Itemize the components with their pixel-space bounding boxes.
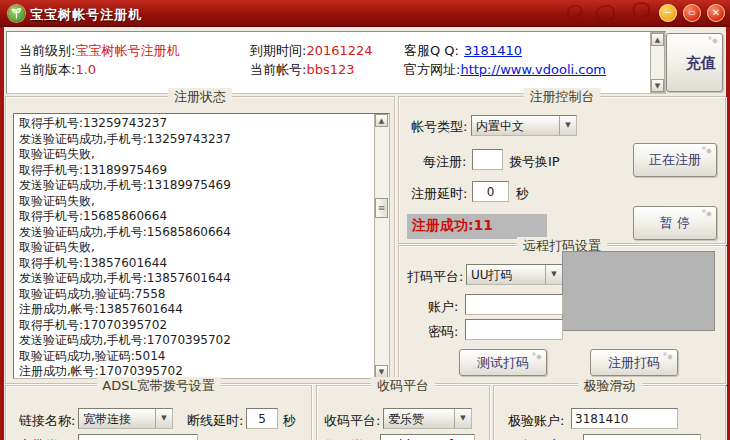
titlebar-swirl-decoration (560, 0, 660, 27)
status-group-title: 注册状态 (168, 88, 232, 106)
captcha-platform-label: 打码平台: (407, 268, 463, 286)
titlebar[interactable]: 宝宝树帐号注册机 ─ ▭ ✕ (0, 0, 730, 27)
broadband-account-input[interactable] (78, 434, 198, 440)
info-panel-scrollbar[interactable]: ▲ ▼ (650, 32, 665, 93)
console-group-title: 注册控制台 (524, 88, 601, 106)
log-line: 发送验证码成功,手机号:13259743237 (14, 132, 373, 148)
version-value: 1.0 (75, 62, 96, 77)
register-delay-label: 注册延时: (411, 185, 467, 203)
expire-value: 20161224 (306, 43, 372, 58)
geetest-group-title: 极验滑动 (578, 377, 642, 395)
chevron-down-icon[interactable]: ▼ (454, 409, 471, 428)
log-line: 发送验证码成功,手机号:15685860664 (14, 225, 373, 241)
site-label: 官方网址: (404, 62, 460, 77)
log-lines: 取得手机号:13259743237发送验证码成功,手机号:13259743237… (14, 116, 373, 378)
receive-platform-label: 收码平台: (324, 412, 380, 430)
receive-platform-group-title: 收码平台 (371, 377, 435, 395)
qq-link[interactable]: 3181410 (464, 43, 522, 58)
log-line: 取得手机号:15685860664 (14, 209, 373, 225)
version-label: 当前版本: (19, 62, 75, 77)
register-delay-input[interactable] (472, 181, 509, 202)
test-captcha-button-label: 测试打码 (477, 354, 529, 372)
log-line: 取验证码成功,验证码:5014 (14, 349, 373, 365)
account-type-label: 帐号类型: (411, 118, 467, 136)
receive-platform-group: 收码平台 收码平台: 爱乐赞 ▼ 收码帐号: (316, 385, 490, 440)
log-line: 注册成功,帐号:17070395702 (14, 364, 373, 378)
per-register-label: 每注册: (423, 153, 466, 171)
redial-label: 拨号换IP (509, 153, 560, 171)
disconnect-delay-label: 断线延时: (187, 412, 243, 430)
link-name-select[interactable]: 宽带连接 ▼ (78, 408, 173, 429)
log-line: 取得手机号:13857601644 (14, 256, 373, 272)
geetest-account-label: 极验账户: (508, 412, 564, 430)
delay-unit-label: 秒 (516, 185, 529, 203)
current-account-value: bbs123 (306, 62, 354, 77)
log-line: 取验证码失败, (14, 194, 373, 210)
log-line: 取验证码失败, (14, 147, 373, 163)
geetest-password-input[interactable] (583, 434, 701, 440)
recharge-button-label: 充值 (686, 50, 703, 76)
per-register-input[interactable] (472, 149, 503, 170)
receive-platform-value: 爱乐赞 (384, 409, 454, 428)
log-listbox[interactable]: 取得手机号:13259743237发送验证码成功,手机号:13259743237… (13, 113, 390, 379)
captcha-platform-select[interactable]: UU打码 ▼ (466, 264, 563, 285)
chevron-down-icon[interactable]: ▼ (545, 265, 562, 284)
expire-label: 到期时间: (250, 43, 306, 58)
register-captcha-button-label: 注册打码 (608, 354, 660, 372)
log-line: 取验证码失败, (14, 240, 373, 256)
link-name-label: 链接名称: (19, 412, 75, 430)
account-type-value: 内置中文 (472, 116, 559, 135)
captcha-pass-input[interactable] (465, 319, 563, 340)
receive-platform-select[interactable]: 爱乐赞 ▼ (383, 408, 472, 429)
captcha-user-input[interactable] (465, 294, 563, 315)
minimize-button[interactable]: ─ (659, 4, 677, 22)
license-info-panel: 当前级别:宝宝树帐号注册机 当前版本:1.0 到期时间:20161224 当前帐… (6, 31, 666, 94)
log-line: 取得手机号:17070395702 (14, 318, 373, 334)
scroll-up-icon[interactable]: ▲ (375, 114, 388, 127)
chevron-down-icon[interactable]: ▼ (559, 116, 576, 135)
level-value: 宝宝树帐号注册机 (75, 43, 179, 58)
disconnect-delay-input[interactable] (246, 408, 278, 429)
adsl-group-title: ADSL宽带拨号设置 (96, 377, 220, 395)
register-captcha-button[interactable]: 注册打码 (590, 349, 678, 376)
adsl-group: ADSL宽带拨号设置 链接名称: 宽带连接 ▼ 断线延时: 秒 宽带帐号: (5, 385, 312, 440)
remote-captcha-group: 远程打码设置 打码平台: UU打码 ▼ 账户: 密码: 测试打码 注册打码 (398, 245, 726, 384)
success-counter: 注册成功:11 (407, 214, 547, 239)
log-line: 注册成功,帐号:13857601644 (14, 302, 373, 318)
captcha-platform-value: UU打码 (467, 265, 545, 284)
captcha-user-label: 账户: (428, 298, 458, 316)
test-captcha-button[interactable]: 测试打码 (459, 349, 547, 376)
pause-button-label: 暂 停 (660, 214, 690, 232)
close-button[interactable]: ✕ (707, 4, 725, 22)
geetest-account-input[interactable] (571, 408, 678, 429)
link-name-value: 宽带连接 (79, 409, 155, 428)
level-label: 当前级别: (19, 43, 75, 58)
scrollbar-thumb[interactable]: ≡ (375, 198, 388, 218)
app-logo-icon (8, 5, 25, 22)
qq-label: 客服Q Q: (404, 43, 459, 58)
console-group: 注册控制台 帐号类型: 内置中文 ▼ 每注册: 拨号换IP 注册延时: 秒 注册… (398, 96, 726, 244)
pause-button[interactable]: 暂 停 (633, 206, 717, 240)
log-scrollbar[interactable]: ▲ ≡ ▼ (374, 114, 389, 378)
registering-button[interactable]: 正在注册 (633, 143, 717, 177)
maximize-button[interactable]: ▭ (683, 4, 701, 22)
captcha-pass-label: 密码: (428, 323, 458, 341)
chevron-down-icon[interactable]: ▼ (155, 409, 172, 428)
geetest-group: 极验滑动 极验账户: 极验密码: (493, 385, 726, 440)
main-area: 当前级别:宝宝树帐号注册机 当前版本:1.0 到期时间:20161224 当前帐… (4, 27, 726, 440)
disconnect-unit-label: 秒 (283, 412, 296, 430)
log-line: 取得手机号:13259743237 (14, 116, 373, 132)
registering-button-label: 正在注册 (649, 151, 701, 169)
recharge-button[interactable]: 充值 (666, 33, 723, 92)
scroll-up-icon[interactable]: ▲ (651, 33, 664, 46)
log-line: 取验证码成功,验证码:7558 (14, 287, 373, 303)
receive-account-input[interactable] (380, 434, 475, 440)
site-link[interactable]: http://www.vdooli.com (460, 62, 606, 77)
account-type-select[interactable]: 内置中文 ▼ (471, 115, 577, 136)
log-line: 发送验证码成功,手机号:13189975469 (14, 178, 373, 194)
app-window: 宝宝树帐号注册机 ─ ▭ ✕ 当前级别:宝宝树帐号注册机 当前版本:1.0 到期… (0, 0, 730, 440)
log-line: 发送验证码成功,手机号:17070395702 (14, 333, 373, 349)
captcha-preview-box (562, 251, 715, 331)
scroll-down-icon[interactable]: ▼ (651, 79, 664, 92)
log-line: 取得手机号:13189975469 (14, 163, 373, 179)
